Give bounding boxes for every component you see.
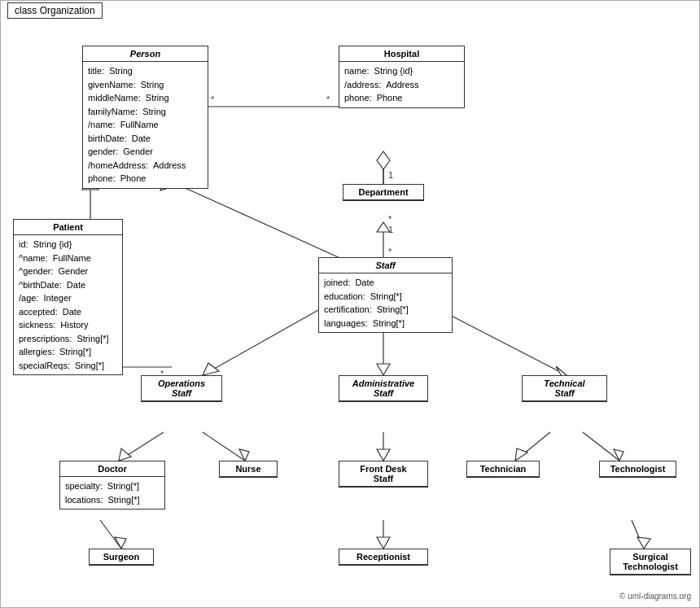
svg-line-27 [203,432,245,461]
svg-line-23 [440,310,567,375]
operations-staff-class: Operations Staff [141,375,222,402]
svg-text:*: * [326,94,330,104]
copyright: © uml-diagrams.org [619,592,691,601]
technical-staff-title: Technical Staff [523,376,606,401]
hospital-title: Hospital [339,46,464,62]
staff-attrs: joined:Date education:String[*] certific… [319,273,452,332]
svg-text:*: * [211,94,215,104]
svg-line-25 [119,432,164,461]
svg-text:1: 1 [388,225,393,234]
surgeon-class: Surgeon [89,549,154,566]
person-attrs: title:String givenName:String middleName… [83,62,208,188]
technician-class: Technician [466,461,540,478]
svg-marker-30 [377,449,390,461]
surgeon-title: Surgeon [90,549,153,565]
svg-marker-40 [637,537,650,549]
svg-marker-26 [119,448,131,461]
staff-class: Staff joined:Date education:String[*] ce… [318,257,453,333]
svg-line-39 [632,520,644,549]
svg-text:1: 1 [388,170,393,180]
front-desk-staff-title: Front Desk Staff [339,461,427,487]
svg-marker-28 [239,449,249,461]
operations-staff-title: Operations Staff [142,376,221,401]
nurse-class: Nurse [219,461,278,478]
svg-line-35 [100,520,121,549]
technologist-title: Technologist [600,461,676,477]
technical-staff-class: Technical Staff [522,375,607,402]
svg-text:*: * [388,247,392,256]
svg-marker-38 [377,537,390,549]
doctor-attrs: specialty:String[*] locations:String[*] [60,477,164,509]
front-desk-staff-class: Front Desk Staff [339,461,428,488]
svg-text:*: * [388,214,392,224]
person-title: Person [83,46,208,62]
svg-marker-34 [614,449,623,461]
svg-marker-20 [203,363,219,375]
svg-marker-36 [115,537,126,549]
receptionist-class: Receptionist [339,549,428,566]
doctor-class: Doctor specialty:String[*] locations:Str… [59,461,165,510]
surgical-technologist-class: Surgical Technologist [610,549,691,575]
person-class: Person title:String givenName:String mid… [82,46,208,189]
svg-line-19 [203,310,318,375]
patient-attrs: id:String {id} ^name:FullName ^gender:Ge… [14,235,122,374]
staff-title: Staff [319,258,452,273]
nurse-title: Nurse [220,461,277,477]
receptionist-title: Receptionist [339,549,427,565]
hospital-class: Hospital name:String {id} /address:Addre… [339,46,465,108]
svg-marker-22 [377,364,390,375]
doctor-title: Doctor [60,461,164,477]
patient-class: Patient id:String {id} ^name:FullName ^g… [13,219,123,375]
administrative-staff-title: Administrative Staff [339,376,427,401]
administrative-staff-class: Administrative Staff [339,375,428,402]
surgical-technologist-title: Surgical Technologist [610,549,690,575]
svg-marker-4 [377,151,390,169]
diagram-container: class Organization * * 1 * 1 * * * [0,0,700,608]
technologist-class: Technologist [599,461,676,478]
diagram-title: class Organization [7,2,103,19]
hospital-attrs: name:String {id} /address:Address phone:… [339,62,464,107]
patient-title: Patient [14,220,122,235]
department-class: Department [343,184,424,201]
svg-line-33 [583,432,619,461]
technician-title: Technician [467,461,539,477]
svg-line-14 [164,178,351,263]
svg-marker-32 [515,448,527,461]
svg-marker-9 [377,222,390,232]
department-title: Department [343,185,423,200]
svg-line-31 [515,432,550,461]
